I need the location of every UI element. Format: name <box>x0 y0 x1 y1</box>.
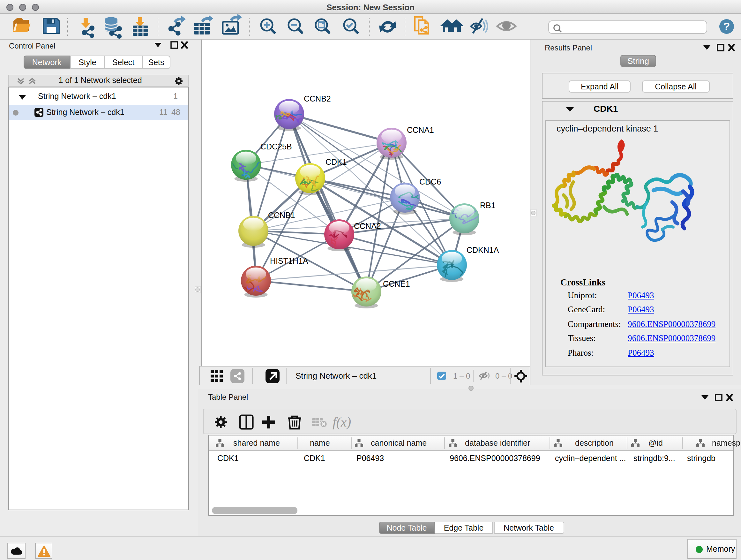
svg-text:CCNE1: CCNE1 <box>383 279 410 288</box>
svg-text:CCNB1: CCNB1 <box>268 211 295 220</box>
svg-text:CCNA2: CCNA2 <box>354 222 381 231</box>
svg-text:RB1: RB1 <box>480 201 495 210</box>
svg-text:CDKN1A: CDKN1A <box>467 246 499 254</box>
svg-text:CCNB2: CCNB2 <box>304 94 331 103</box>
svg-text:HIST1H1A: HIST1H1A <box>270 256 308 265</box>
svg-text:CDC6: CDC6 <box>419 177 441 186</box>
svg-text:CCNA1: CCNA1 <box>407 125 434 134</box>
svg-text:f(x): f(x) <box>332 415 351 430</box>
svg-text:CDC25B: CDC25B <box>260 142 292 151</box>
svg-text:?: ? <box>724 20 730 32</box>
svg-text:CDK1: CDK1 <box>326 158 347 166</box>
